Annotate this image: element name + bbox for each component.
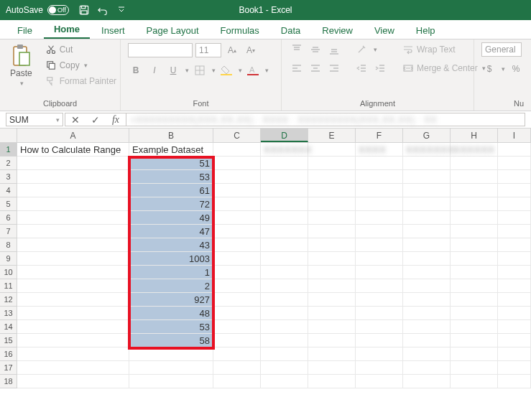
- cell-B11[interactable]: 2: [129, 279, 213, 293]
- cell-A4[interactable]: [17, 184, 129, 197]
- cell-F17[interactable]: [356, 361, 403, 375]
- cell-B15[interactable]: 58: [129, 334, 213, 347]
- cell-H10[interactable]: [451, 266, 498, 279]
- cell-H18[interactable]: [451, 375, 498, 388]
- cell-F9[interactable]: [356, 252, 403, 266]
- cell-A3[interactable]: [17, 170, 129, 184]
- col-header-D[interactable]: D: [261, 129, 308, 142]
- cell-D5[interactable]: [261, 197, 308, 211]
- cell-G10[interactable]: [403, 266, 451, 279]
- formula-bar[interactable]: =XXXXXXXXX(XXX,XX,XX) · XXXX · XXXXXXXXX…: [126, 113, 525, 126]
- row-header-8[interactable]: 8: [0, 238, 17, 252]
- cell-E16[interactable]: [308, 347, 356, 361]
- cell-B7[interactable]: 47: [129, 225, 213, 238]
- col-header-E[interactable]: E: [308, 129, 356, 142]
- font-name-input[interactable]: [128, 43, 193, 57]
- cell-C2[interactable]: [213, 157, 261, 170]
- cell-G8[interactable]: [403, 238, 451, 252]
- cell-I13[interactable]: [498, 307, 531, 320]
- name-box[interactable]: SUM ▾: [6, 113, 63, 126]
- cell-G5[interactable]: [403, 197, 451, 211]
- cell-G4[interactable]: [403, 184, 451, 197]
- cell-G7[interactable]: [403, 225, 451, 238]
- font-size-input[interactable]: [195, 43, 221, 57]
- copy-button[interactable]: Copy ▾: [42, 58, 119, 73]
- percent-icon[interactable]: %: [508, 61, 524, 77]
- cell-B1[interactable]: Example Dataset: [129, 143, 213, 157]
- cell-H14[interactable]: [451, 320, 498, 334]
- align-top-icon[interactable]: [289, 42, 305, 57]
- cell-H9[interactable]: [451, 252, 498, 266]
- cell-C12[interactable]: [213, 293, 261, 307]
- autosave-toggle[interactable]: AutoSave Off: [0, 5, 75, 15]
- col-header-B[interactable]: B: [129, 129, 213, 142]
- row-header-10[interactable]: 10: [0, 266, 17, 279]
- cell-F8[interactable]: [356, 238, 403, 252]
- cell-D6[interactable]: [261, 211, 308, 225]
- cell-G6[interactable]: [403, 211, 451, 225]
- col-header-A[interactable]: A: [17, 129, 129, 142]
- cell-F7[interactable]: [356, 225, 403, 238]
- cell-G17[interactable]: [403, 361, 451, 375]
- cell-E7[interactable]: [308, 225, 356, 238]
- bold-button[interactable]: B: [128, 62, 144, 78]
- increase-indent-icon[interactable]: [372, 61, 388, 75]
- row-header-1[interactable]: 1: [0, 143, 17, 157]
- row-header-12[interactable]: 12: [0, 293, 17, 307]
- cell-H7[interactable]: [451, 225, 498, 238]
- tab-help[interactable]: Help: [406, 21, 445, 39]
- qat-customize-icon[interactable]: [115, 4, 128, 17]
- cell-I8[interactable]: [498, 238, 531, 252]
- cell-G13[interactable]: [403, 307, 451, 320]
- tab-view[interactable]: View: [364, 21, 405, 39]
- cell-G1[interactable]: XXXXXXX: [403, 143, 451, 157]
- cell-I17[interactable]: [498, 361, 531, 375]
- cell-F4[interactable]: [356, 184, 403, 197]
- italic-button[interactable]: I: [147, 62, 162, 78]
- cell-A10[interactable]: [17, 266, 129, 279]
- cut-button[interactable]: Cut: [42, 42, 119, 57]
- cell-A18[interactable]: [17, 375, 129, 388]
- align-bottom-icon[interactable]: [326, 42, 342, 57]
- cell-B9[interactable]: 1003: [129, 252, 213, 266]
- cell-B10[interactable]: 1: [129, 266, 213, 279]
- cell-D11[interactable]: [261, 279, 308, 293]
- cell-B6[interactable]: 49: [129, 211, 213, 225]
- cell-I7[interactable]: [498, 225, 531, 238]
- cell-E8[interactable]: [308, 238, 356, 252]
- decrease-font-icon[interactable]: A▾: [243, 42, 259, 58]
- cell-H15[interactable]: [451, 334, 498, 347]
- cell-H11[interactable]: [451, 279, 498, 293]
- row-header-16[interactable]: 16: [0, 347, 17, 361]
- cell-C13[interactable]: [213, 307, 261, 320]
- cell-G3[interactable]: [403, 170, 451, 184]
- row-header-14[interactable]: 14: [0, 320, 17, 334]
- cell-C18[interactable]: [213, 375, 261, 388]
- orientation-icon[interactable]: [354, 42, 369, 57]
- cell-H8[interactable]: [451, 238, 498, 252]
- cell-F14[interactable]: [356, 320, 403, 334]
- cell-D14[interactable]: [261, 320, 308, 334]
- cell-E2[interactable]: [308, 157, 356, 170]
- cell-C4[interactable]: [213, 184, 261, 197]
- cell-E4[interactable]: [308, 184, 356, 197]
- currency-icon[interactable]: $: [481, 61, 497, 77]
- cell-I2[interactable]: [498, 157, 531, 170]
- cell-G11[interactable]: [403, 279, 451, 293]
- cell-B4[interactable]: 61: [129, 184, 213, 197]
- cell-D1[interactable]: XXXXXXX: [261, 143, 308, 157]
- paste-button[interactable]: Paste ▾: [7, 42, 35, 88]
- cell-F5[interactable]: [356, 197, 403, 211]
- cell-B8[interactable]: 43: [129, 238, 213, 252]
- cell-A6[interactable]: [17, 211, 129, 225]
- cell-H17[interactable]: [451, 361, 498, 375]
- save-icon[interactable]: [78, 4, 91, 17]
- cell-I18[interactable]: [498, 375, 531, 388]
- cell-A8[interactable]: [17, 238, 129, 252]
- cell-D2[interactable]: [261, 157, 308, 170]
- cell-C1[interactable]: [213, 143, 261, 157]
- cell-I15[interactable]: [498, 334, 531, 347]
- cell-F11[interactable]: [356, 279, 403, 293]
- cell-C5[interactable]: [213, 197, 261, 211]
- cell-A11[interactable]: [17, 279, 129, 293]
